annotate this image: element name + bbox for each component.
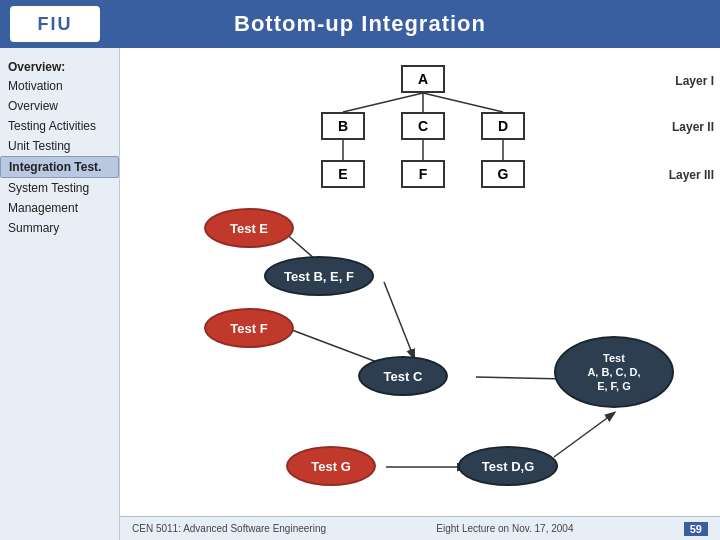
footer-lecture: Eight Lecture on Nov. 17, 2004 bbox=[436, 523, 573, 534]
footer: CEN 5011: Advanced Software Engineering … bbox=[120, 516, 720, 540]
sidebar-item-testing-activities[interactable]: Testing Activities bbox=[0, 116, 119, 136]
sidebar-item-system-testing[interactable]: System Testing bbox=[0, 178, 119, 198]
svg-line-7 bbox=[384, 282, 414, 358]
box-F: F bbox=[401, 160, 445, 188]
layer-II-label: Layer II bbox=[672, 120, 714, 134]
sidebar-item-summary[interactable]: Summary bbox=[0, 218, 119, 238]
svg-line-9 bbox=[476, 377, 566, 379]
test-C-ellipse: Test C bbox=[358, 356, 448, 396]
header: FIU Bottom-up Integration bbox=[0, 0, 720, 48]
sidebar: Overview: Motivation Overview Testing Ac… bbox=[0, 48, 120, 540]
sidebar-item-motivation[interactable]: Motivation bbox=[0, 76, 119, 96]
logo: FIU bbox=[10, 6, 100, 42]
test-DG-ellipse: Test D,G bbox=[458, 446, 558, 486]
box-D: D bbox=[481, 112, 525, 140]
box-B: B bbox=[321, 112, 365, 140]
page-title: Bottom-up Integration bbox=[234, 11, 486, 37]
box-E: E bbox=[321, 160, 365, 188]
test-E-ellipse: Test E bbox=[204, 208, 294, 248]
sidebar-item-overview[interactable]: Overview bbox=[0, 96, 119, 116]
test-F-ellipse: Test F bbox=[204, 308, 294, 348]
diagram: A B C D E F G Layer I Layer II Layer III… bbox=[136, 60, 716, 490]
layout: Overview: Motivation Overview Testing Ac… bbox=[0, 48, 720, 540]
svg-line-10 bbox=[554, 413, 614, 457]
svg-line-2 bbox=[423, 93, 503, 112]
sidebar-item-unit-testing[interactable]: Unit Testing bbox=[0, 136, 119, 156]
layer-III-label: Layer III bbox=[669, 168, 714, 182]
footer-course: CEN 5011: Advanced Software Engineering bbox=[132, 523, 326, 534]
footer-page: 59 bbox=[684, 522, 708, 536]
test-BEF-ellipse: Test B, E, F bbox=[264, 256, 374, 296]
test-ABCDEFG-ellipse: TestA, B, C, D,E, F, G bbox=[554, 336, 674, 408]
sidebar-item-integration-test[interactable]: Integration Test. bbox=[0, 156, 119, 178]
sidebar-overview-label: Overview: bbox=[0, 56, 119, 76]
box-C: C bbox=[401, 112, 445, 140]
svg-line-0 bbox=[343, 93, 423, 112]
layer-I-label: Layer I bbox=[675, 74, 714, 88]
logo-area: FIU bbox=[10, 6, 100, 42]
sidebar-item-management[interactable]: Management bbox=[0, 198, 119, 218]
box-A: A bbox=[401, 65, 445, 93]
test-G-ellipse: Test G bbox=[286, 446, 376, 486]
box-G: G bbox=[481, 160, 525, 188]
main-content: A B C D E F G Layer I Layer II Layer III… bbox=[120, 48, 720, 540]
